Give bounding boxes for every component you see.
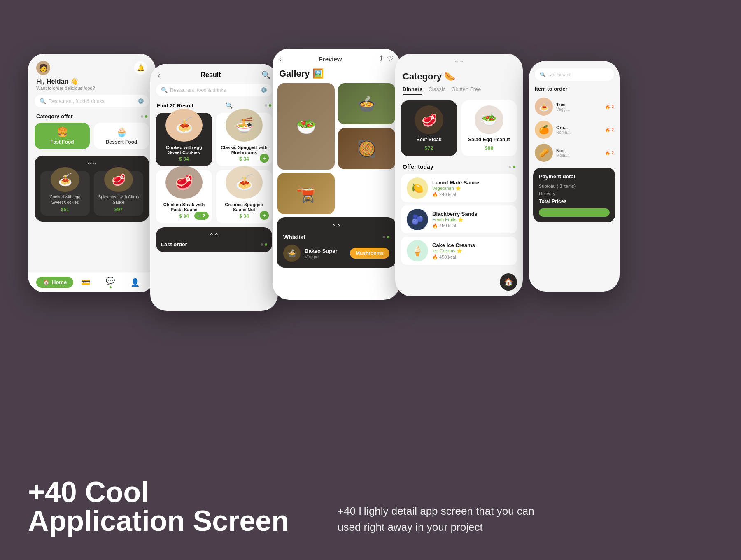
item3-count: 2 <box>611 151 614 155</box>
result-header: Find 20 Result 🔍 <box>150 100 278 113</box>
fast-food-label: Fast Food <box>50 139 74 145</box>
search-icon: 🔍 <box>540 72 546 77</box>
category-tabs[interactable]: Dinners Classic Glutten Free <box>395 86 523 100</box>
dot2 <box>265 243 267 246</box>
home-fab-button[interactable]: 🏠 <box>500 273 517 291</box>
dark-bottom-section: ⌃⌃ Last order <box>156 227 272 252</box>
search-button[interactable]: 🔍 <box>261 70 270 79</box>
promo-line1: +40 Cool <box>28 478 289 506</box>
greeting-text: Hi, Heldan 👋 <box>28 77 156 85</box>
subtotal-label: Subtotal ( 3 items) <box>539 184 576 189</box>
dot2 <box>513 166 515 168</box>
item3-image: 🥜 <box>535 144 553 162</box>
food-item-2[interactable]: 🥩 Spicy meat with Citrus Sauce $97 <box>94 171 143 216</box>
share-icon[interactable]: ⤴ <box>379 54 383 63</box>
item2-badge: 🔥 2 <box>605 128 614 132</box>
avatar: 🧑 <box>36 61 50 75</box>
pay-button[interactable] <box>539 208 610 217</box>
nav-home[interactable]: 🏠 Home <box>36 277 73 288</box>
offer-item-1[interactable]: 🍋 Lemot Mate Sauce Vegetarian ⭐ 🔥 240 kc… <box>401 174 517 202</box>
card1-name: Cooked with egg Sweet Cookies <box>160 145 208 155</box>
result-card-1[interactable]: 🍝 Cooked with egg Sweet Cookies $ 34 <box>156 113 212 166</box>
chat-icon: 💬 <box>106 276 115 285</box>
bakso-type: Veggie <box>305 254 337 259</box>
nav-chat[interactable]: 💬 <box>98 276 123 288</box>
back-button[interactable]: ‹ <box>279 55 281 63</box>
wishlist-item-1[interactable]: 🍲 Bakso Super Veggie Mushrooms <box>283 245 389 262</box>
item3-sub: Mola... <box>556 153 602 158</box>
wallet-icon: 💳 <box>81 278 90 287</box>
result-card-2[interactable]: 🍜 Classic Spaggett with Mushrooms $ 34 + <box>216 113 272 166</box>
total-row: Total Prices <box>539 198 610 204</box>
total-label: Total Prices <box>539 198 566 204</box>
item3-badge: 🔥 2 <box>605 151 614 155</box>
tab-gluten[interactable]: Glutten Free <box>451 86 481 95</box>
item3-name: Nut... <box>556 148 602 153</box>
category-list: 🍔 Fast Food 🧁 Dessert Food <box>28 123 156 156</box>
wishlist-label: Whislist <box>283 234 305 240</box>
add-button-4[interactable]: + <box>260 211 269 220</box>
phone3-topbar: ‹ Preview ⤴ ♡ <box>273 49 400 67</box>
order-item-3[interactable]: 🥜 Nut... Mola... 🔥 2 <box>529 141 620 164</box>
offer3-kcal: 🔥 450 kcal <box>432 254 511 260</box>
nav-profile[interactable]: 👤 <box>123 278 147 287</box>
last-order-label: Last order <box>161 241 187 247</box>
chevron-up-icon: ⌃⌃ <box>283 223 389 230</box>
beef-steak-price: $72 <box>424 145 433 151</box>
offer-item-2[interactable]: 🫐 Blackberry Sands Fresh Fruits ⭐ 🔥 450 … <box>401 205 517 233</box>
food1-image: 🍝 <box>51 167 79 192</box>
salad-image: 🥗 <box>475 105 503 134</box>
heart-icon[interactable]: ♡ <box>387 54 394 63</box>
card1-image: 🍝 <box>165 109 203 142</box>
offer-item-3[interactable]: 🍦 Cake Ice Creams Ice Creams ⭐ 🔥 450 kca… <box>401 237 517 265</box>
result-count: Find 20 Result <box>157 103 193 109</box>
phone-home: 🧑 🔔 Hi, Heldan 👋 Want to order delicious… <box>28 54 156 292</box>
dot1 <box>141 115 143 118</box>
phone2-topbar: ‹ Result 🔍 <box>150 64 278 84</box>
qty-number: 2 <box>203 213 205 219</box>
offer3-name: Cake Ice Creams <box>432 242 511 248</box>
beef-steak-card[interactable]: 🥩 Beef Steak $72 <box>401 100 457 156</box>
search-bar[interactable]: 🔍 Restaurant, food & drinks ⚙️ <box>156 84 272 96</box>
tab-dinners[interactable]: Dinners <box>403 86 422 95</box>
nav-wallet[interactable]: 💳 <box>73 278 98 287</box>
card2-name: Classic Spaggett with Mushrooms <box>220 145 268 155</box>
back-button[interactable]: ‹ <box>158 71 160 79</box>
offer2-kcal: 🔥 450 kcal <box>432 223 511 229</box>
filter-icon: ⚙️ <box>137 98 144 104</box>
offer2-tag: Fresh Fruits ⭐ <box>432 217 511 222</box>
search-bar[interactable]: 🔍 Restaurant <box>535 68 614 81</box>
offer1-image: 🍋 <box>407 177 428 199</box>
result-card-4[interactable]: 🍝 Creamie Spaggeti Sauce Nut $ 34 + <box>216 170 272 223</box>
item1-badge: 🔥 2 <box>605 105 614 109</box>
qty-badge[interactable]: − 2 <box>194 212 209 220</box>
dot2 <box>145 115 147 118</box>
tab-classic[interactable]: Classic <box>428 86 445 95</box>
item3-info: Nut... Mola... <box>556 148 602 158</box>
result-card-3[interactable]: 🥩 Chicken Steak with Pasta Sauce $ 34 − … <box>156 170 212 223</box>
home-pill[interactable]: 🏠 Home <box>36 277 73 288</box>
salad-card[interactable]: 🥗 Salad Egg Peanut $88 <box>461 100 517 156</box>
dot2 <box>269 104 271 107</box>
category-title: Category 🌭 <box>395 70 523 86</box>
category-header: Category offer <box>28 113 156 123</box>
dessert-label: Dessert Food <box>106 139 137 145</box>
food1-name: Cooked with egg Sweet Cookies <box>44 194 86 205</box>
gallery-title: Gallery 🖼️ <box>273 67 400 83</box>
dessert-food-btn[interactable]: 🧁 Dessert Food <box>94 123 149 149</box>
search-bar[interactable]: 🔍 Restaurant, food & drinks ⚙️ <box>35 95 149 107</box>
offer1-tag: Vegetarian ⭐ <box>432 186 511 191</box>
bakso-name: Bakso Super <box>305 248 337 254</box>
fast-food-btn[interactable]: 🍔 Fast Food <box>35 123 90 149</box>
dot1 <box>261 243 263 246</box>
food-item-1[interactable]: 🍝 Cooked with egg Sweet Cookies $51 <box>40 171 90 216</box>
order-item-1[interactable]: 🍝 Tres Veggi... 🔥 2 <box>529 95 620 118</box>
phone-result: ‹ Result 🔍 🔍 Restaurant, food & drinks ⚙… <box>150 64 278 311</box>
minus-icon[interactable]: − <box>198 212 201 219</box>
add-button-2[interactable]: + <box>260 154 269 163</box>
gallery-label: Gallery 🖼️ <box>279 68 324 79</box>
order-item-2[interactable]: 🍊 Ora... Roma... 🔥 2 <box>529 118 620 141</box>
mushrooms-tag[interactable]: Mushrooms <box>350 248 389 259</box>
category-label: Category offer <box>36 113 73 119</box>
notification-bell[interactable]: 🔔 <box>134 61 147 75</box>
